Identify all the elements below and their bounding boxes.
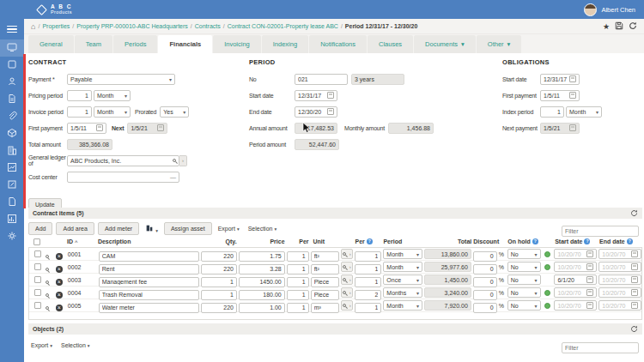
home-icon[interactable]: ⌂ [31,22,35,31]
invoice-period-input[interactable] [67,106,92,118]
building-menu-button[interactable]: ▾ [143,224,161,233]
calendar-icon[interactable] [586,276,593,283]
view-icon[interactable] [46,281,49,284]
calendar-icon[interactable] [631,250,638,257]
tab-indexing[interactable]: Indexing [262,35,308,53]
period-select[interactable]: Month▾ [383,249,422,259]
index-period-input[interactable] [540,106,564,118]
sidebar-item-box[interactable] [0,57,24,74]
user-menu[interactable]: Albert Chen [584,3,635,16]
start-date-input[interactable]: 6/1/20 [554,275,597,285]
sidebar-item-assets[interactable] [0,125,24,142]
sidebar-item-attachments[interactable] [0,108,24,125]
lookup-dash-icon[interactable]: — [170,174,176,180]
row-checkbox[interactable] [34,250,41,257]
index-period-unit-select[interactable]: Month▾ [566,106,602,118]
obligations-start-date[interactable]: 12/31/17 [540,74,580,85]
period-select[interactable]: Month▾ [383,262,422,272]
delete-icon[interactable]: × [56,305,63,311]
first-payment-date[interactable]: 1/5/11 [67,123,106,134]
ledger-open-button[interactable]: › [179,155,187,166]
unit-lookup-button[interactable]: › [341,300,354,311]
start-date-input[interactable]: 10/20/70 [554,287,597,298]
refresh-icon[interactable] [630,325,638,334]
sidebar-item-analytics[interactable] [0,160,24,177]
calendar-icon[interactable] [569,92,576,99]
tab-periods[interactable]: Periods [113,35,157,53]
unit-lookup-button[interactable]: › [341,249,354,259]
objects-export-menu-button[interactable]: Export▾ [28,342,55,348]
period-select[interactable]: Once▾ [383,275,422,285]
menu-icon[interactable] [0,21,24,37]
sidebar-item-edit[interactable] [0,177,24,194]
calendar-icon[interactable] [96,124,103,131]
on-hold-select[interactable]: No▾ [507,262,541,272]
calendar-icon[interactable] [631,302,638,309]
sidebar-item-organization[interactable] [0,142,24,160]
search-icon[interactable] [173,159,176,162]
general-ledger-input[interactable]: ABC Products, Inc. [67,155,179,166]
end-date-input[interactable]: 10/20/70 [598,287,641,298]
start-date-input[interactable]: 10/20/70 [554,262,597,272]
on-hold-select[interactable]: No▾ [507,287,541,298]
tab-invoicing[interactable]: Invoicing [213,35,261,53]
breadcrumb-link-properties[interactable]: Properties [42,23,70,29]
tab-financials[interactable]: Financials [158,35,212,53]
prorated-select[interactable]: Yes▾ [160,106,189,118]
add-button[interactable]: Add [28,222,52,235]
column-description[interactable]: Description [98,238,199,244]
calendar-icon[interactable] [631,263,638,270]
view-icon[interactable] [46,306,49,310]
view-icon[interactable] [46,268,49,271]
tab-general[interactable]: General [28,35,74,53]
unit-lookup-button[interactable]: › [341,262,354,272]
tab-team[interactable]: Team [75,35,112,53]
tab-clauses[interactable]: Clauses [368,35,413,53]
period-no-input[interactable] [295,74,348,85]
description-input[interactable] [99,303,199,313]
end-date-input[interactable]: 10/20/70 [598,275,641,285]
calendar-icon[interactable] [586,250,593,257]
end-date-input[interactable]: 10/20/70 [598,249,641,259]
period-end-date[interactable]: 12/30/20 [295,106,337,118]
row-checkbox[interactable] [34,263,41,270]
breadcrumb-link-contracts[interactable]: Contracts [195,23,221,29]
export-menu-button[interactable]: Export▾ [216,226,242,232]
column-unit[interactable]: Unit [311,238,339,244]
column-total[interactable]: Total [424,238,471,244]
obligations-first-payment-date[interactable]: 1/5/11 [540,90,580,101]
unit-lookup-button[interactable]: › [341,275,354,285]
contract-items-filter-input[interactable] [562,226,639,237]
breadcrumb-link-contract[interactable]: Contract CON-02001-Property lease ABC [228,23,338,29]
payment-select[interactable]: Payable▾ [67,74,175,85]
column-price[interactable]: Price [239,238,285,244]
calendar-icon[interactable] [586,289,593,296]
unit-input[interactable] [311,303,339,313]
discount-input[interactable] [473,303,497,313]
tab-documents[interactable]: Documents▾ [414,35,476,53]
sidebar-item-users[interactable] [0,74,24,91]
pricing-period-input[interactable] [67,90,92,101]
selection-menu-button[interactable]: Selection▾ [246,226,280,232]
column-discount[interactable]: Discount [473,238,497,244]
on-hold-select[interactable]: No▾ [507,300,541,311]
on-hold-select[interactable]: No▾ [507,249,541,259]
calendar-icon[interactable] [631,276,638,283]
start-date-input[interactable]: 10/20/70 [554,249,597,259]
objects-filter-input[interactable] [562,342,639,353]
on-hold-select[interactable]: No▾ [507,275,541,285]
sidebar-item-documents[interactable] [0,91,24,108]
column-qty[interactable]: Qty. [201,238,237,244]
unit-lookup-button[interactable]: › [341,287,354,298]
add-area-button[interactable]: Add area [56,222,94,235]
row-checkbox[interactable] [34,276,41,283]
per-input[interactable] [287,303,309,313]
calendar-icon[interactable] [586,263,593,270]
column-per[interactable]: Per [287,238,309,244]
period-select[interactable]: Months▾ [383,287,422,298]
save-icon[interactable] [615,21,623,31]
pricing-period-unit-select[interactable]: Month▾ [94,90,131,101]
end-date-input[interactable]: 10/20/70 [598,300,641,311]
add-meter-button[interactable]: Add meter [98,222,139,235]
refresh-icon[interactable] [629,21,637,31]
